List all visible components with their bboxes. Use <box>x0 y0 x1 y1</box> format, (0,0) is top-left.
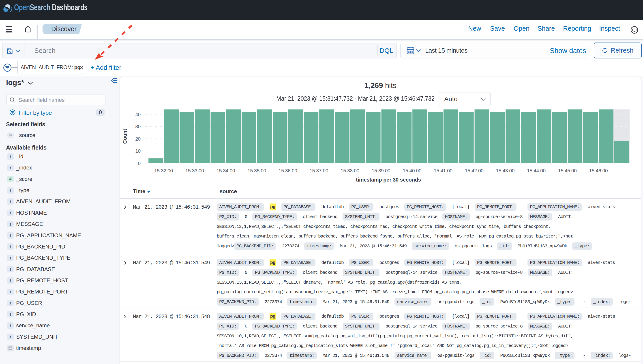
svg-text:20: 20 <box>135 136 140 142</box>
svg-text:15:41:00: 15:41:00 <box>434 168 452 174</box>
svg-text:40: 40 <box>135 112 140 117</box>
svg-text:15:32:00: 15:32:00 <box>154 168 173 174</box>
svg-text:15:34:00: 15:34:00 <box>216 168 235 174</box>
svg-text:15:45:00: 15:45:00 <box>558 168 576 174</box>
svg-text:15:43:00: 15:43:00 <box>496 168 514 174</box>
svg-text:15:33:00: 15:33:00 <box>186 168 204 174</box>
svg-text:15:37:00: 15:37:00 <box>310 168 328 174</box>
svg-text:15:39:00: 15:39:00 <box>372 168 390 174</box>
svg-text:15:42:00: 15:42:00 <box>465 168 483 174</box>
svg-text:15:46:00: 15:46:00 <box>589 168 608 174</box>
svg-text:30: 30 <box>135 124 140 130</box>
svg-text:15:36:00: 15:36:00 <box>278 168 297 174</box>
svg-text:Count: Count <box>122 129 128 144</box>
svg-text:15:35:00: 15:35:00 <box>248 168 266 174</box>
svg-text:15:40:00: 15:40:00 <box>403 168 421 174</box>
svg-text:10: 10 <box>135 148 140 154</box>
svg-text:0: 0 <box>138 160 140 166</box>
svg-text:15:44:00: 15:44:00 <box>527 168 546 174</box>
svg-text:15:38:00: 15:38:00 <box>340 168 359 174</box>
svg-text:timestamp per 30 seconds: timestamp per 30 seconds <box>356 177 421 183</box>
